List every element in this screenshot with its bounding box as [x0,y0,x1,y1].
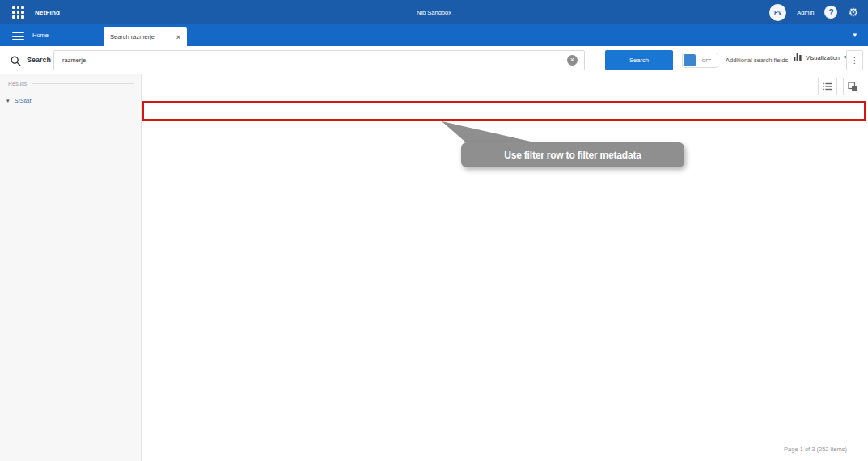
grid-pager: Page 1 of 3 (252 items) [142,437,868,461]
toggle-state: OFF [696,58,718,63]
clear-icon[interactable]: × [567,55,578,66]
chevron-down-icon: ▾ [6,98,10,104]
visualization-label: Visualization [806,54,840,61]
results-label: Results [8,81,27,87]
tab-home[interactable]: Home [32,24,97,46]
results-sidebar: Results ▾SiStat [0,74,142,461]
environment-title: Nlb Sandbox [0,9,868,16]
list-icon [823,82,832,91]
export-icon [848,82,857,91]
search-label: Search [27,56,51,64]
help-icon[interactable]: ? [824,6,837,19]
additional-fields-toggle[interactable]: OFF [682,53,718,68]
tree-root-sistat[interactable]: ▾SiStat [6,97,141,104]
filter-row-tooltip: Use filter row to filter metadata [461,142,684,167]
results-grid: Page 1 of 3 (252 items) [142,74,868,461]
app-header: NetFind Nlb Sandbox PV Admin ? ⚙ [0,0,868,24]
tab-label: Search razmerje [110,33,155,40]
page-info: Page 1 of 3 (252 items) [784,446,847,453]
search-input[interactable] [54,57,567,64]
app-launcher-icon[interactable] [12,6,24,19]
search-bar: Search × Search OFF Additional search fi… [0,46,868,74]
divider [32,83,134,84]
export-button[interactable] [843,78,862,95]
tree-root-label: SiStat [15,97,32,104]
hamburger-menu-icon[interactable] [12,32,24,43]
toggle-handle [684,54,696,66]
search-input-wrap: × [53,50,585,70]
results-tree: ▾SiStat [0,97,141,104]
avatar[interactable]: PV [769,4,786,21]
gear-icon[interactable]: ⚙ [848,6,858,18]
visualization-dropdown[interactable]: Visualization ▾ [794,53,847,61]
column-chooser-button[interactable] [818,78,837,95]
more-options-button[interactable]: ⋮ [846,50,863,70]
user-name[interactable]: Admin [797,9,814,16]
search-icon [11,55,21,70]
app-title: NetFind [35,9,60,16]
tab-search-razmerje[interactable]: Search razmerje × [104,27,187,46]
chevron-down-icon[interactable]: ▾ [853,31,857,39]
close-icon[interactable]: × [176,33,180,41]
tab-bar: Home Search razmerje × ▾ [0,24,868,46]
search-button[interactable]: Search [605,50,673,70]
bar-chart-icon [794,53,802,61]
additional-fields-label: Additional search fields [726,57,788,64]
